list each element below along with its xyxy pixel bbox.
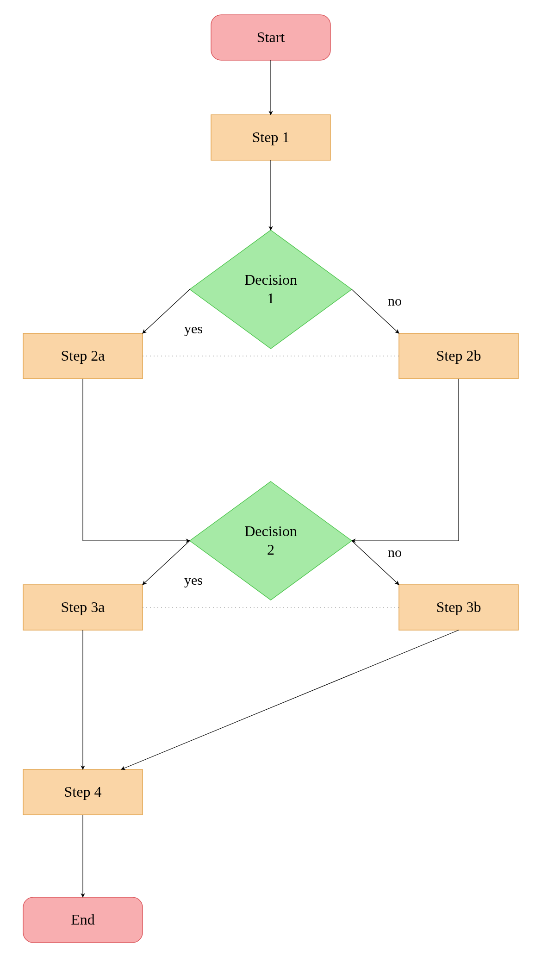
label-step1: Step 1: [252, 129, 290, 145]
label-decision2-line1: Decision: [244, 523, 297, 539]
label-step3a: Step 3a: [61, 599, 105, 615]
node-step1: Step 1: [211, 115, 330, 160]
edge-decision1-step2a: [143, 289, 190, 333]
node-step3a: Step 3a: [23, 585, 143, 630]
edge-step2b-decision2: [352, 379, 459, 541]
label-decision2-line2: 2: [267, 541, 274, 558]
edge-label-yes2: yes: [184, 572, 203, 588]
node-decision2: Decision 2: [190, 481, 352, 600]
label-step4: Step 4: [64, 783, 102, 800]
label-start: Start: [257, 29, 285, 45]
node-step2a: Step 2a: [23, 333, 143, 379]
node-start: Start: [211, 15, 330, 60]
edge-step2a-decision2: [83, 379, 190, 541]
node-end: End: [23, 897, 143, 943]
label-end: End: [71, 911, 95, 928]
edge-label-no2: no: [388, 544, 402, 560]
edge-decision2-step3a: [143, 541, 190, 585]
node-step2b: Step 2b: [399, 333, 518, 379]
node-step3b: Step 3b: [399, 585, 518, 630]
label-step2a: Step 2a: [61, 347, 105, 364]
edge-label-yes1: yes: [184, 321, 203, 336]
flowchart-canvas: Start Step 1 Decision 1 Step 2a Step 2b …: [0, 0, 560, 975]
node-decision1: Decision 1: [190, 230, 352, 349]
edge-label-no1: no: [388, 293, 402, 308]
label-step3b: Step 3b: [436, 599, 481, 615]
edge-step3b-step4: [121, 630, 459, 769]
svg-marker-5: [190, 481, 352, 600]
svg-marker-2: [190, 230, 352, 349]
node-step4: Step 4: [23, 769, 143, 815]
label-decision1-line2: 1: [267, 290, 274, 306]
label-step2b: Step 2b: [436, 347, 481, 364]
label-decision1-line1: Decision: [244, 271, 297, 288]
